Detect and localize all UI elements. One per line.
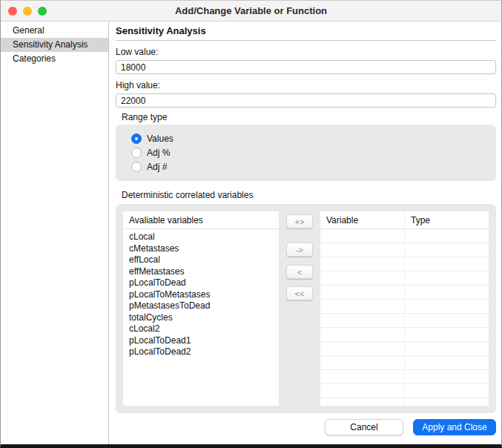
cancel-button[interactable]: Cancel	[325, 419, 403, 435]
dialog-window: Add/Change Variable or Function General …	[0, 0, 502, 448]
page-title: Sensitivity Analysis	[116, 23, 496, 41]
move-left-button[interactable]: <	[286, 265, 313, 279]
list-item[interactable]: pMetastasesToDead	[123, 300, 279, 312]
sidebar: General Sensitivity Analysis Categories	[1, 22, 109, 444]
radio-option-adj-percent[interactable]: Adj %	[131, 146, 496, 159]
titlebar: Add/Change Variable or Function	[1, 1, 501, 22]
dialog-body: General Sensitivity Analysis Categories …	[1, 22, 501, 444]
apply-and-close-button[interactable]: Apply and Close	[413, 419, 496, 435]
sidebar-item-sensitivity-analysis[interactable]: Sensitivity Analysis	[1, 38, 108, 52]
low-value-label: Low value:	[116, 47, 496, 57]
column-header-variable: Variable	[320, 211, 404, 228]
list-item[interactable]: pLocalToDead2	[123, 346, 279, 358]
available-variables-header: Avaliable variables	[123, 211, 279, 229]
range-type-group: Values Adj % Adj #	[116, 125, 496, 181]
list-item[interactable]: effLocal	[123, 254, 279, 266]
radio-option-label: Values	[147, 134, 174, 144]
traffic-lights	[8, 7, 47, 16]
radio-unselected-icon	[131, 148, 142, 158]
minimize-window-button[interactable]	[23, 7, 32, 16]
list-item[interactable]: pLocalToDead1	[123, 335, 279, 347]
selected-variables-table[interactable]: Variable Type	[320, 211, 489, 406]
radio-option-adj-number[interactable]: Adj #	[131, 160, 496, 174]
radio-unselected-icon	[131, 162, 142, 172]
high-value-label: High value:	[116, 80, 496, 90]
window-title: Add/Change Variable or Function	[1, 5, 501, 16]
radio-option-label: Adj #	[147, 162, 167, 172]
list-item[interactable]: cLocal	[123, 231, 279, 243]
list-item[interactable]: totalCycles	[123, 312, 279, 324]
correlated-variables-label: Deterministic correlated variables	[116, 190, 496, 200]
high-value-input[interactable]	[116, 93, 496, 108]
transfer-buttons: +> -> < <<	[279, 211, 320, 406]
available-variables-list[interactable]: Avaliable variables cLocal cMetastases e…	[123, 211, 279, 406]
column-header-type: Type	[404, 211, 489, 228]
list-item[interactable]: cMetastases	[123, 243, 279, 255]
radio-option-label: Adj %	[147, 148, 170, 158]
radio-option-values[interactable]: Values	[131, 132, 496, 145]
close-window-button[interactable]	[8, 7, 17, 16]
main-panel: Sensitivity Analysis Low value: High val…	[109, 22, 501, 444]
low-value-input[interactable]	[116, 60, 496, 74]
table-empty-rows	[320, 229, 489, 406]
list-item[interactable]: pLocalToDead	[123, 277, 279, 289]
available-variables-items: cLocal cMetastases effLocal effMetastase…	[123, 229, 279, 406]
range-type-label: Range type	[116, 112, 496, 122]
radio-selected-icon	[131, 134, 142, 144]
sidebar-item-general[interactable]: General	[1, 24, 108, 38]
table-header-row: Variable Type	[320, 211, 489, 229]
list-item[interactable]: pLocalToMetastases	[123, 289, 279, 301]
add-correlated-button[interactable]: +>	[286, 214, 313, 228]
move-all-left-button[interactable]: <<	[286, 286, 313, 300]
dialog-footer: Cancel Apply and Close	[116, 419, 496, 444]
zoom-window-button[interactable]	[38, 7, 47, 16]
list-item[interactable]: cLocal2	[123, 323, 279, 335]
list-item[interactable]: effMetastases	[123, 266, 279, 278]
move-right-button[interactable]: ->	[286, 243, 313, 257]
sidebar-item-categories[interactable]: Categories	[1, 52, 108, 66]
correlated-variables-group: Avaliable variables cLocal cMetastases e…	[116, 204, 496, 413]
